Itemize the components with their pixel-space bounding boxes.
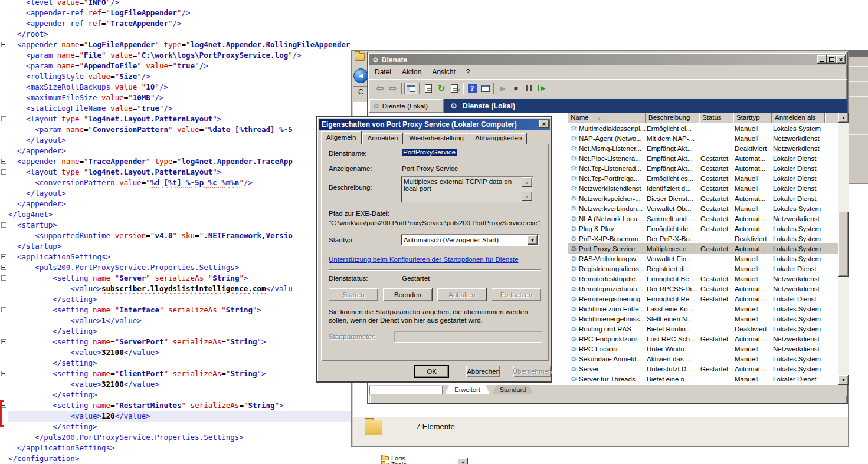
service-row[interactable]: ⚙Net.Pipe-Listenera...Empfängt Akt...Ges… — [568, 153, 838, 163]
fold-collapse-icon[interactable] — [1, 371, 6, 376]
vertical-scrollbar[interactable]: ▲ ▼ — [838, 113, 849, 385]
service-row[interactable]: ⚙Sekundäre Anmeld...Aktiviert das ...Man… — [568, 354, 838, 364]
minimize-button[interactable] — [817, 55, 827, 64]
tab-anmelden[interactable]: Anmelden — [362, 133, 404, 144]
service-row[interactable]: ⚙NLA (Network Loca...Sammelt und ...Gest… — [568, 213, 838, 223]
close-button[interactable]: × — [836, 55, 846, 64]
fold-collapse-icon[interactable] — [1, 222, 6, 228]
ok-button[interactable]: OK — [415, 366, 448, 377]
service-row[interactable]: ⚙Net.Tcp-Portfreiga...Ermöglicht es...Ge… — [568, 173, 838, 183]
show-window-icon[interactable] — [479, 83, 492, 94]
change-marker — [0, 400, 4, 427]
stop-service-icon[interactable] — [509, 83, 522, 94]
scrollbar-thumb[interactable] — [838, 212, 849, 277]
service-row[interactable]: ⚙RAS-Verbindungsv...Verwaltet Ein...Manu… — [568, 254, 838, 264]
fold-collapse-icon[interactable] — [1, 307, 6, 312]
close-button[interactable]: × — [539, 120, 549, 128]
restart-service-icon[interactable]: ▶ — [535, 83, 548, 94]
anhalten-button[interactable]: Anhalten — [437, 288, 487, 301]
service-row[interactable]: ⚙NAP-Agent (Netwo...Mit dem NAP-...Manue… — [568, 133, 838, 143]
scroll-up-button[interactable]: ▲ — [838, 113, 849, 123]
tab-wiederherstellung[interactable]: Wiederherstellung — [404, 133, 469, 144]
service-row[interactable]: ⚙Netzwerkverbindun...Verwaltet Ob...Gest… — [568, 203, 838, 213]
fold-collapse-icon[interactable] — [1, 42, 6, 47]
menu-item-?[interactable]: ? — [461, 67, 476, 77]
service-logon: Lokaler Dienst — [772, 155, 825, 162]
service-row[interactable]: ⚙Server für Threads...Bietet eine n...Ma… — [568, 374, 838, 384]
service-row[interactable]: ⚙RPC-LocatorUnter Windo...ManuellNetzwer… — [568, 344, 838, 354]
help-icon[interactable]: ? — [466, 83, 479, 94]
menu-item-aktion[interactable]: Aktion — [397, 67, 427, 77]
fold-collapse-icon[interactable] — [1, 116, 6, 121]
fold-collapse-icon[interactable] — [1, 169, 6, 175]
show-tree-icon[interactable] — [404, 83, 417, 94]
scroll-down-button[interactable]: ▼ — [522, 192, 532, 201]
service-row[interactable]: ⚙Multimediaklassenpl...Ermöglicht ei...M… — [568, 123, 838, 133]
tab-allgemein[interactable]: Allgemein — [321, 131, 362, 144]
column-header-anmelden-als[interactable]: Anmelden als — [772, 113, 825, 123]
tree-item[interactable]: Logs — [381, 455, 405, 460]
gear-icon: ⚙ — [569, 154, 579, 163]
refresh-icon[interactable] — [435, 83, 448, 94]
service-name-value[interactable]: PortProxyService — [402, 149, 457, 156]
column-header-name[interactable]: Name▲ — [568, 113, 646, 123]
fold-collapse-icon[interactable] — [1, 339, 6, 344]
tree-item[interactable]: Tools — [381, 461, 407, 464]
services-titlebar[interactable]: ⚙ Dienste — [369, 54, 847, 65]
start-params-input[interactable] — [394, 331, 542, 343]
service-row[interactable]: ⚙Richtlinie zum Entfe...Lässt eine Ko...… — [568, 304, 838, 314]
start-service-icon[interactable] — [496, 83, 509, 94]
service-row[interactable]: ⚙Richtlinienergebniss...Stellt einen N..… — [568, 314, 838, 324]
dialog-titlebar[interactable]: Eigenschaften von Port Proxy Service (Lo… — [319, 119, 550, 130]
fold-collapse-icon[interactable] — [1, 275, 6, 281]
starten-button[interactable]: Starten — [329, 288, 378, 301]
startup-options-help-link[interactable]: Unterstützung beim Konfigurieren der Sta… — [329, 256, 519, 263]
column-header-status[interactable]: Status — [699, 113, 733, 123]
service-row[interactable]: ⚙Port Proxy ServiceMultiplexes e...Gesta… — [568, 243, 838, 254]
dropdown-button[interactable]: ▼ — [458, 458, 468, 464]
forward-icon[interactable] — [386, 83, 399, 94]
startup-type-select[interactable]: Automatisch (Verzögerter Start) ▼ — [401, 234, 539, 246]
tab-abhangigkeiten[interactable]: Abhängigkeiten — [470, 133, 527, 144]
window-bottom-bar — [370, 396, 846, 403]
fold-collapse-icon[interactable] — [1, 254, 6, 259]
service-row[interactable]: ⚙Net.Tcp-Listenerad...Empfängt Akt...Ges… — [568, 163, 838, 173]
fold-collapse-icon[interactable] — [1, 159, 6, 164]
properties-icon[interactable] — [422, 83, 435, 94]
service-name: ⚙Sekundäre Anmeld... — [568, 355, 646, 363]
fortsetzen-button[interactable]: Fortsetzen — [492, 288, 541, 301]
scroll-up-button[interactable]: ▲ — [522, 177, 532, 187]
abbrechen-button[interactable]: Abbrechen — [466, 366, 500, 377]
service-row[interactable]: ⚙Registrierungsdiens...Registriert di...… — [568, 264, 838, 274]
view-tab-erweitert[interactable]: Erweitert — [445, 385, 490, 394]
chevron-down-icon[interactable]: ▼ — [528, 235, 538, 245]
pause-service-icon[interactable] — [522, 83, 535, 94]
toolbar-separator — [493, 83, 494, 94]
fold-collapse-icon[interactable] — [1, 265, 6, 270]
scroll-down-button[interactable]: ▼ — [838, 375, 849, 385]
service-row[interactable]: ⚙RPC-Endpunktzuor...Löst RPC-Sch...Gesta… — [568, 334, 838, 344]
menu-item-datei[interactable]: Datei — [369, 67, 397, 77]
service-row[interactable]: ⚙Remoteprozedurau...Der RPCSS-Di...Gesta… — [568, 284, 838, 294]
back-icon[interactable] — [374, 83, 386, 94]
menu-item-ansicht[interactable]: Ansicht — [427, 67, 460, 77]
service-row[interactable]: ⚙NetzwerklistendienstIdentifiziert d...G… — [568, 183, 838, 193]
description-field[interactable]: Multiplexes external TCP/IP data on loca… — [401, 176, 533, 202]
service-row[interactable]: ⚙Net.Msmq-Listener...Empfängt Akt...Deak… — [568, 143, 838, 153]
view-tab-standard[interactable]: Standard — [492, 385, 533, 394]
service-row[interactable]: ⚙ServerUnterstützt D...GestartetAutomat.… — [568, 364, 838, 374]
export-list-icon[interactable]: ⇨ — [448, 83, 461, 94]
maximize-button[interactable] — [827, 55, 836, 64]
service-row[interactable]: ⚙Remotedesktopdie...Ermöglicht Be...Gest… — [568, 274, 838, 284]
service-row[interactable]: ⚙Netzwerkspeicher-...Dieser Dienst...Ges… — [568, 193, 838, 203]
column-header-starttyp[interactable]: Starttyp — [733, 113, 772, 123]
column-header-beschreibung[interactable]: Beschreibung — [646, 113, 699, 123]
service-row[interactable]: ⚙RemoteregistrierungErmöglicht Re...Gest… — [568, 294, 838, 304]
service-status: Gestartet — [699, 275, 733, 282]
service-row[interactable]: ⚙PnP-X-IP-Busenum...Der PnP-X-Bu...Deakt… — [568, 233, 838, 243]
ubernehmen-button[interactable]: Übernehmen — [513, 366, 551, 377]
service-row[interactable]: ⚙Routing und RASBietet Routin...Deaktivi… — [568, 324, 838, 334]
scope-pane-item[interactable]: ⚙ Dienste (Lokal) — [369, 99, 444, 113]
service-row[interactable]: ⚙Plug & PlayErmöglicht de...GestartetAut… — [568, 223, 838, 233]
beenden-button[interactable]: Beenden — [383, 288, 433, 301]
